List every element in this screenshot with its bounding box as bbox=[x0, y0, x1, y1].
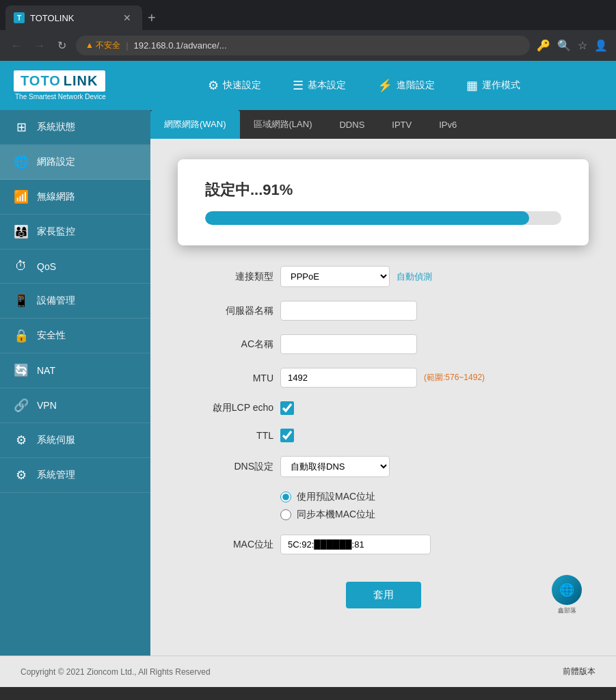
connection-type-row: 連接類型 PPPoE 自動偵測 bbox=[178, 266, 589, 287]
ac-name-input[interactable] bbox=[280, 334, 417, 354]
footer: Copyright © 2021 Zioncom Ltd., All Right… bbox=[0, 656, 616, 687]
sidebar-item-system-mgmt[interactable]: ⚙ 系統管理 bbox=[0, 458, 150, 493]
quick-setup-nav[interactable]: ⚙ 快速設定 bbox=[202, 72, 267, 98]
bookmark-icon[interactable]: ☆ bbox=[578, 39, 587, 52]
sidebar-item-system-status[interactable]: ⊞ 系統狀態 bbox=[0, 110, 150, 145]
reload-button[interactable]: ↻ bbox=[55, 36, 69, 55]
router-ui: TOTO LINK The Smartest Network Device ⚙ … bbox=[0, 61, 616, 687]
sidebar-label-nat: NAT bbox=[37, 365, 55, 376]
advanced-setup-label: 進階設定 bbox=[397, 79, 435, 92]
content-area: 網際網路(WAN) 區域網路(LAN) DDNS IPTV IPv6 設定中..… bbox=[150, 110, 616, 656]
vpn-icon: 🔗 bbox=[14, 398, 29, 413]
security-icon: 🔒 bbox=[14, 328, 29, 343]
operation-mode-label: 運作模式 bbox=[482, 79, 520, 92]
mac-radio-group: 使用預設MAC位址 同步本機MAC位址 bbox=[280, 491, 375, 521]
sidebar-label-parental: 家長監控 bbox=[37, 226, 75, 238]
operation-mode-nav[interactable]: ▦ 運作模式 bbox=[461, 72, 526, 98]
search-icon[interactable]: 🔍 bbox=[557, 39, 571, 52]
quick-setup-label: 快速設定 bbox=[223, 79, 261, 92]
top-nav-items: ⚙ 快速設定 ☰ 基本設定 ⚡ 進階設定 ▦ 運作模式 bbox=[126, 72, 602, 98]
tab-lan[interactable]: 區域網路(LAN) bbox=[240, 110, 326, 139]
sidebar-item-parental[interactable]: 👨‍👩‍👧 家長監控 bbox=[0, 215, 150, 250]
sidebar-label-system-status: 系統狀態 bbox=[37, 121, 75, 133]
sidebar-label-system-service: 系統伺服 bbox=[37, 434, 75, 446]
logo-area: TOTO LINK The Smartest Network Device bbox=[14, 70, 106, 100]
back-button[interactable]: ← bbox=[8, 37, 25, 55]
logo-box: TOTO LINK bbox=[14, 70, 105, 92]
ac-name-label: AC名稱 bbox=[178, 338, 273, 351]
mtu-label: MTU bbox=[178, 373, 273, 383]
address-divider: | bbox=[126, 40, 128, 51]
mac-address-label: MAC位址 bbox=[178, 539, 273, 551]
progress-bar-fill bbox=[205, 211, 529, 225]
mac-address-input[interactable] bbox=[280, 535, 431, 554]
server-name-row: 伺服器名稱 bbox=[178, 301, 589, 321]
top-nav: TOTO LINK The Smartest Network Device ⚙ … bbox=[0, 61, 616, 110]
address-input[interactable]: ▲ 不安全 | 192.168.0.1/advance/... bbox=[76, 36, 530, 55]
mtu-input[interactable] bbox=[280, 368, 417, 388]
mac-sync-radio[interactable] bbox=[280, 509, 291, 520]
sidebar-label-network: 網路設定 bbox=[37, 156, 75, 168]
lcp-echo-row: 啟用LCP echo bbox=[178, 401, 589, 415]
ttl-label: TTL bbox=[178, 430, 273, 441]
mac-sync-option[interactable]: 同步本機MAC位址 bbox=[280, 509, 375, 521]
tab-ddns[interactable]: DDNS bbox=[325, 111, 378, 138]
advanced-setup-nav[interactable]: ⚡ 進階設定 bbox=[372, 72, 440, 98]
lcp-echo-label: 啟用LCP echo bbox=[178, 402, 273, 414]
sub-nav: 網際網路(WAN) 區域網路(LAN) DDNS IPTV IPv6 bbox=[150, 110, 616, 139]
grid-icon: ▦ bbox=[466, 78, 478, 93]
server-name-input[interactable] bbox=[280, 301, 417, 321]
sidebar-item-vpn[interactable]: 🔗 VPN bbox=[0, 388, 150, 423]
version-label: 前體版本 bbox=[563, 666, 595, 677]
tab-title: TOTOLINK bbox=[30, 13, 75, 23]
nat-icon: 🔄 bbox=[14, 363, 29, 378]
basic-setup-nav[interactable]: ☰ 基本設定 bbox=[287, 72, 351, 98]
progress-modal: 設定中...91% bbox=[178, 159, 589, 245]
lcp-echo-checkbox[interactable] bbox=[280, 401, 294, 415]
auto-detect-link[interactable]: 自動偵測 bbox=[397, 271, 432, 283]
sidebar-label-security: 安全性 bbox=[37, 329, 66, 342]
sidebar-item-nat[interactable]: 🔄 NAT bbox=[0, 353, 150, 388]
dns-label: DNS設定 bbox=[178, 461, 273, 473]
sidebar-item-system-service[interactable]: ⚙ 系統伺服 bbox=[0, 423, 150, 458]
mac-sync-label: 同步本機MAC位址 bbox=[297, 509, 375, 521]
sidebar-item-network[interactable]: 🌐 網路設定 bbox=[0, 145, 150, 180]
lcp-echo-checkbox-area bbox=[280, 401, 294, 415]
connection-type-select[interactable]: PPPoE bbox=[280, 266, 390, 287]
dns-select[interactable]: 自動取得DNS bbox=[280, 456, 390, 477]
new-tab-button[interactable]: + bbox=[142, 5, 161, 30]
tab-wan[interactable]: 網際網路(WAN) bbox=[150, 110, 240, 139]
sidebar-label-device-mgmt: 設備管理 bbox=[37, 295, 75, 307]
system-mgmt-icon: ⚙ bbox=[14, 468, 29, 483]
progress-bar-background bbox=[205, 211, 561, 225]
browser-chrome: T TOTOLINK ✕ + ← → ↻ ▲ 不安全 | 192.168.0.1… bbox=[0, 0, 616, 61]
tab-ipv6[interactable]: IPv6 bbox=[425, 111, 470, 138]
mac-default-radio[interactable] bbox=[280, 492, 291, 502]
mac-address-row: MAC位址 bbox=[178, 535, 589, 554]
ttl-row: TTL bbox=[178, 429, 589, 442]
tab-close-button[interactable]: ✕ bbox=[120, 11, 134, 25]
server-name-label: 伺服器名稱 bbox=[178, 305, 273, 317]
toolbar-icons: 🔑 🔍 ☆ 👤 bbox=[537, 39, 608, 52]
system-service-icon: ⚙ bbox=[14, 433, 29, 448]
ttl-checkbox-area bbox=[280, 429, 294, 442]
active-tab[interactable]: T TOTOLINK ✕ bbox=[5, 5, 142, 30]
mac-options-row: 使用預設MAC位址 同步本機MAC位址 bbox=[178, 491, 589, 521]
forward-button[interactable]: → bbox=[31, 37, 48, 55]
sidebar-item-wireless[interactable]: 📶 無線網路 bbox=[0, 180, 150, 215]
sidebar-item-qos[interactable]: ⏱ QoS bbox=[0, 250, 150, 284]
ttl-checkbox[interactable] bbox=[280, 429, 294, 442]
address-url: 192.168.0.1/advance/... bbox=[134, 40, 227, 51]
mtu-row: MTU (範圍:576~1492) bbox=[178, 368, 589, 388]
mac-default-option[interactable]: 使用預設MAC位址 bbox=[280, 491, 375, 503]
tab-favicon: T bbox=[14, 12, 25, 23]
network-icon: 🌐 bbox=[14, 154, 29, 170]
tab-iptv[interactable]: IPTV bbox=[378, 111, 425, 138]
zioncom-logo: 🌐 bbox=[552, 575, 582, 605]
sidebar-item-security[interactable]: 🔒 安全性 bbox=[0, 319, 150, 353]
logo-link: LINK bbox=[64, 73, 98, 89]
sidebar-item-device-mgmt[interactable]: 📱 設備管理 bbox=[0, 284, 150, 319]
profile-icon[interactable]: 👤 bbox=[594, 39, 608, 52]
logo-tagline: The Smartest Network Device bbox=[14, 93, 106, 100]
apply-button[interactable]: 套用 bbox=[346, 582, 421, 608]
